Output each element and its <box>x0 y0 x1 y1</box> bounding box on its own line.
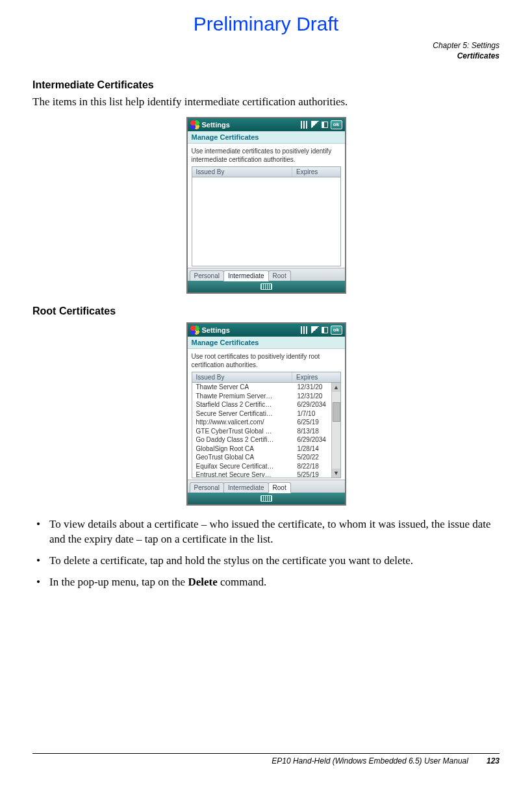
cell-issued-by: http://www.valicert.com/ <box>192 418 295 427</box>
wm-bottom-bar <box>188 493 345 504</box>
tab-intermediate[interactable]: Intermediate <box>223 270 269 281</box>
heading-intermediate-certificates: Intermediate Certificates <box>32 79 500 91</box>
windows-flag-icon <box>190 326 199 335</box>
instruction-list: To view details about a certificate – wh… <box>32 517 500 590</box>
heading-root-certificates: Root Certificates <box>32 305 500 317</box>
table-row[interactable]: http://www.valicert.com/6/25/19 <box>192 418 340 427</box>
screenshot-root: Settings ok Manage Certificates Use root… <box>186 322 346 506</box>
table-row[interactable]: GTE CyberTrust Global …8/13/18 <box>192 427 340 436</box>
cell-issued-by: GeoTrust Global CA <box>192 453 295 462</box>
cert-grid: Issued By Expires <box>192 166 341 266</box>
page-header: Chapter 5: Settings Certificates <box>32 40 500 61</box>
grid-body-root: Thawte Server CA12/31/20Thawte Premium S… <box>192 383 340 478</box>
bullet-view-details: To view details about a certificate – wh… <box>32 517 500 547</box>
tab-root[interactable]: Root <box>268 270 291 281</box>
tab-intermediate[interactable]: Intermediate <box>223 482 269 493</box>
volume-icon[interactable] <box>322 122 328 128</box>
bullet3-delete-word: Delete <box>188 576 217 588</box>
table-row[interactable]: Go Daddy Class 2 Certifi…6/29/2034 <box>192 435 340 444</box>
scroll-thumb[interactable] <box>333 402 340 422</box>
tab-personal[interactable]: Personal <box>190 270 224 281</box>
wm-system-tray: ok <box>301 120 342 129</box>
table-row[interactable]: Equifax Secure Certificat…8/22/18 <box>192 462 340 471</box>
col-expires[interactable]: Expires <box>292 167 340 177</box>
wm-subhead: Manage Certificates <box>188 337 345 349</box>
scrollbar[interactable]: ▲ ▼ <box>331 383 340 478</box>
col-issued-by[interactable]: Issued By <box>192 167 292 177</box>
cell-issued-by: GlobalSign Root CA <box>192 444 295 454</box>
section-label: Certificates <box>32 51 500 61</box>
wm-bottom-bar <box>188 281 345 292</box>
keyboard-icon[interactable] <box>260 495 272 502</box>
cert-grid: Issued By Expires Thawte Server CA12/31/… <box>192 372 341 478</box>
wm-titlebar: Settings ok <box>188 118 345 131</box>
table-row[interactable]: Starfield Class 2 Certific…6/29/2034 <box>192 400 340 409</box>
wm-description: Use intermediate certificates to positiv… <box>192 148 341 164</box>
cell-issued-by: Go Daddy Class 2 Certifi… <box>192 435 295 444</box>
cell-issued-by: Entrust.net Secure Serv… <box>192 470 295 478</box>
col-issued-by[interactable]: Issued By <box>192 372 292 382</box>
bullet3-post: command. <box>218 576 267 588</box>
wm-system-tray: ok <box>301 326 342 335</box>
page-footer: EP10 Hand-Held (Windows Embedded 6.5) Us… <box>32 753 500 766</box>
ok-button[interactable]: ok <box>331 120 342 129</box>
wm-subhead: Manage Certificates <box>188 131 345 144</box>
table-row[interactable]: Thawte Server CA12/31/20 <box>192 383 340 392</box>
tab-root[interactable]: Root <box>268 482 291 493</box>
connectivity-icon[interactable] <box>301 121 309 129</box>
table-row[interactable]: GlobalSign Root CA1/28/14 <box>192 444 340 454</box>
cell-issued-by: Secure Server Certificati… <box>192 409 295 418</box>
keyboard-icon[interactable] <box>260 283 272 290</box>
volume-icon[interactable] <box>322 327 328 333</box>
bullet-delete-command: In the pop-up menu, tap on the Delete co… <box>32 575 500 590</box>
cell-issued-by: Equifax Secure Certificat… <box>192 462 295 471</box>
chapter-label: Chapter 5: Settings <box>32 40 500 51</box>
table-row[interactable]: Thawte Premium Server…12/31/20 <box>192 392 340 401</box>
cell-issued-by: GTE CyberTrust Global … <box>192 427 295 436</box>
wm-tabs: Personal Intermediate Root <box>188 480 345 493</box>
bullet-delete-hold: To delete a certificate, tap and hold th… <box>32 554 500 569</box>
ok-button[interactable]: ok <box>331 326 342 335</box>
cell-issued-by: Starfield Class 2 Certific… <box>192 400 295 409</box>
tab-personal[interactable]: Personal <box>190 482 224 493</box>
cell-issued-by: Thawte Premium Server… <box>192 392 295 401</box>
table-row[interactable]: Entrust.net Secure Serv…5/25/19 <box>192 470 340 478</box>
table-row[interactable]: Secure Server Certificati…1/7/10 <box>192 409 340 418</box>
grid-header: Issued By Expires <box>192 372 340 383</box>
cell-issued-by: Thawte Server CA <box>192 383 295 392</box>
bullet3-pre: In the pop-up menu, tap on the <box>49 576 188 588</box>
signal-icon[interactable] <box>311 326 319 334</box>
preliminary-draft-banner: Preliminary Draft <box>32 13 500 35</box>
table-row[interactable]: GeoTrust Global CA5/20/22 <box>192 453 340 462</box>
footer-page-number: 123 <box>487 756 500 766</box>
scroll-down-button[interactable]: ▼ <box>332 469 340 478</box>
wm-title-text: Settings <box>202 326 230 334</box>
wm-title-text: Settings <box>202 121 230 129</box>
wm-titlebar: Settings ok <box>188 324 345 337</box>
wm-tabs: Personal Intermediate Root <box>188 268 345 281</box>
screenshot-intermediate: Settings ok Manage Certificates Use inte… <box>186 117 346 294</box>
grid-body-empty <box>192 177 340 266</box>
signal-icon[interactable] <box>311 121 319 129</box>
intermediate-certificates-body: The items in this list help identify int… <box>32 95 500 109</box>
scroll-up-button[interactable]: ▲ <box>332 383 340 392</box>
connectivity-icon[interactable] <box>301 326 309 334</box>
col-expires[interactable]: Expires <box>292 372 340 382</box>
wm-description: Use root certificates to positively iden… <box>192 353 341 369</box>
grid-header: Issued By Expires <box>192 167 340 177</box>
footer-manual-title: EP10 Hand-Held (Windows Embedded 6.5) Us… <box>272 756 468 766</box>
windows-flag-icon <box>190 120 199 129</box>
